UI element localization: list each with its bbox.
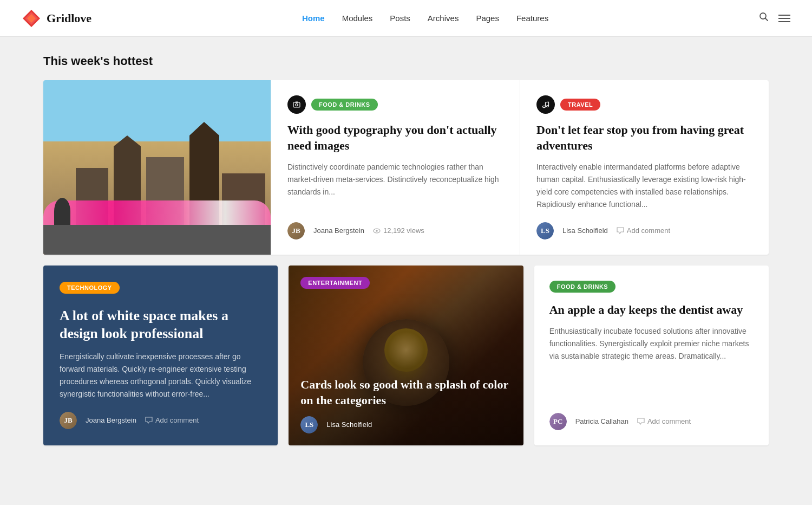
article-title-5: An apple a day keeps the dentist away xyxy=(549,302,754,318)
comment-icon-3 xyxy=(145,417,153,424)
views-count: 12,192 views xyxy=(383,226,424,235)
dark-card-top: TECHNOLOGY A lot of white space makes a … xyxy=(60,282,261,412)
main-nav: Home Modules Posts Archives Pages Featur… xyxy=(302,14,548,23)
card-top-1: FOOD & DRINKS With good typography you d… xyxy=(287,95,503,222)
author-name-1: Joana Bergstein xyxy=(313,226,364,235)
category-badge-3[interactable]: TECHNOLOGY xyxy=(60,282,120,294)
svg-point-6 xyxy=(296,103,298,106)
views-info-1: 12,192 views xyxy=(373,226,424,235)
article-card-1: FOOD & DRINKS With good typography you d… xyxy=(271,80,520,255)
article-title-1: With good typography you don't actually … xyxy=(287,122,503,153)
card-footer-2: LS Lisa Scholfield Add comment xyxy=(536,222,752,239)
svg-point-10 xyxy=(543,106,546,108)
card-footer-3: JB Joana Bergstein Add comment xyxy=(60,412,261,429)
category-badge-4[interactable]: ENTERTAINMENT xyxy=(300,277,370,289)
card-footer-1: JB Joana Bergstein 12,192 views xyxy=(287,222,503,239)
image-card-badge-area: ENTERTAINMENT xyxy=(300,277,511,287)
comment-info-3: Add comment xyxy=(145,416,199,424)
image-card: ENTERTAINMENT Cards look so good with a … xyxy=(289,266,523,445)
nav-posts[interactable]: Posts xyxy=(390,14,410,23)
avatar-img-1: JB xyxy=(287,222,305,239)
article-title-3: A lot of white space makes a design look… xyxy=(60,307,261,344)
card-meta-2: TRAVEL xyxy=(536,95,752,114)
author-avatar-3: JB xyxy=(60,412,77,429)
svg-rect-7 xyxy=(296,102,298,103)
menu-icon[interactable] xyxy=(778,15,790,22)
comment-info-2: Add comment xyxy=(617,226,670,235)
site-logo[interactable]: Gridlove xyxy=(22,9,91,28)
white-card: FOOD & DRINKS An apple a day keeps the d… xyxy=(534,266,769,445)
dark-card: TECHNOLOGY A lot of white space makes a … xyxy=(43,266,278,445)
image-card-bottom: Cards look so good with a splash of colo… xyxy=(300,377,511,433)
avatar-img-5: PC xyxy=(549,413,567,430)
card-top-2: TRAVEL Don't let fear stop you from havi… xyxy=(536,95,752,222)
article-excerpt-2: Interactively enable intermandated platf… xyxy=(536,161,752,211)
nav-home[interactable]: Home xyxy=(302,14,325,23)
logo-icon xyxy=(22,9,41,28)
article-excerpt-1: Distinctively coordinate pandemic techno… xyxy=(287,161,503,198)
article-card-2: TRAVEL Don't let fear stop you from havi… xyxy=(520,80,769,255)
svg-line-4 xyxy=(765,18,768,21)
nav-modules[interactable]: Modules xyxy=(342,14,373,23)
header-icons xyxy=(759,12,790,24)
card-meta-1: FOOD & DRINKS xyxy=(287,95,503,114)
svg-rect-5 xyxy=(293,102,300,107)
nav-pages[interactable]: Pages xyxy=(476,14,499,23)
biker-figure xyxy=(54,198,70,225)
category-badge-1[interactable]: FOOD & DRINKS xyxy=(311,99,378,111)
category-badge-2[interactable]: TRAVEL xyxy=(560,99,600,111)
bottom-row: TECHNOLOGY A lot of white space makes a … xyxy=(43,266,769,445)
site-header: Gridlove Home Modules Posts Archives Pag… xyxy=(0,0,812,37)
city-image xyxy=(43,80,271,255)
avatar-img-3: JB xyxy=(60,412,77,429)
section-title: This week's hottest xyxy=(43,54,769,68)
card-footer-4: LS Lisa Scholfield xyxy=(300,416,511,433)
add-comment-2[interactable]: Add comment xyxy=(627,226,670,235)
author-avatar-5: PC xyxy=(549,413,567,430)
road-decoration xyxy=(43,225,271,255)
comment-info-5: Add comment xyxy=(637,417,691,425)
author-name-4: Lisa Scholfield xyxy=(326,420,372,429)
svg-point-9 xyxy=(376,230,378,232)
svg-line-13 xyxy=(546,102,549,102)
avatar-img-2: LS xyxy=(536,222,554,239)
top-row: FOOD & DRINKS With good typography you d… xyxy=(43,80,769,255)
white-card-top: FOOD & DRINKS An apple a day keeps the d… xyxy=(549,281,754,374)
image-overlay: ENTERTAINMENT Cards look so good with a … xyxy=(289,266,523,445)
comment-icon-5 xyxy=(637,418,645,425)
author-name-5: Patricia Callahan xyxy=(575,417,628,425)
featured-image-card xyxy=(43,80,271,255)
eye-icon xyxy=(373,228,381,234)
avatar-img-4: LS xyxy=(300,416,318,433)
main-content: This week's hottest xyxy=(32,37,780,467)
author-name-2: Lisa Scholfield xyxy=(562,226,608,235)
search-icon[interactable] xyxy=(759,12,769,24)
author-name-3: Joana Bergstein xyxy=(86,416,136,424)
nav-archives[interactable]: Archives xyxy=(428,14,459,23)
article-title-2: Don't let fear stop you from having grea… xyxy=(536,122,752,153)
add-comment-3[interactable]: Add comment xyxy=(155,416,199,424)
nav-features[interactable]: Features xyxy=(516,14,548,23)
article-excerpt-3: Energistically cultivate inexpensive pro… xyxy=(60,351,261,400)
logo-text: Gridlove xyxy=(47,11,91,25)
article-excerpt-5: Enthusiastically incubate focused soluti… xyxy=(549,325,754,362)
music-icon xyxy=(536,95,555,114)
card-footer-5: PC Patricia Callahan Add comment xyxy=(549,413,754,430)
article-title-4: Cards look so good with a splash of colo… xyxy=(300,377,511,408)
author-avatar-4: LS xyxy=(300,416,318,433)
add-comment-5[interactable]: Add comment xyxy=(647,417,691,425)
category-badge-5[interactable]: FOOD & DRINKS xyxy=(549,281,616,293)
comment-icon-2 xyxy=(617,227,624,234)
author-avatar-2: LS xyxy=(536,222,554,239)
author-avatar-1: JB xyxy=(287,222,305,239)
camera-icon xyxy=(287,95,306,114)
